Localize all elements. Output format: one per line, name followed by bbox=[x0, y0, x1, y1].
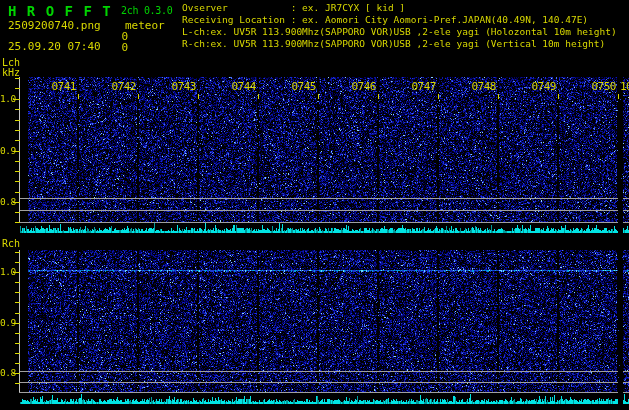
time-tick bbox=[258, 94, 259, 99]
frequency-minor-tick bbox=[15, 353, 20, 354]
frequency-minor-tick bbox=[15, 333, 20, 334]
frequency-minor-tick bbox=[15, 88, 20, 89]
frequency-major-tick bbox=[13, 151, 20, 152]
time-tick-label: 0750 bbox=[584, 81, 616, 92]
frequency-tick-label: 0.9 bbox=[0, 318, 14, 328]
rch-channel-label: Rch bbox=[2, 238, 20, 249]
app-title: H R O F F T bbox=[8, 3, 112, 19]
time-tick bbox=[138, 94, 139, 99]
time-tick-label: 0742 bbox=[104, 81, 136, 92]
output-filename: 2509200740.png bbox=[8, 19, 101, 32]
frequency-tick-label: 0.9 bbox=[0, 146, 14, 156]
time-tick-label: 0746 bbox=[344, 81, 376, 92]
frequency-minor-tick bbox=[15, 171, 20, 172]
frequency-minor-tick bbox=[15, 120, 20, 121]
frequency-minor-tick bbox=[15, 252, 20, 253]
time-unit-label-partial: 10s bbox=[620, 81, 629, 92]
frequency-tick-label: 0.8 bbox=[0, 197, 14, 207]
frequency-tick-label: 1.0 bbox=[0, 267, 14, 277]
time-tick bbox=[198, 94, 199, 99]
time-tick bbox=[78, 94, 79, 99]
time-tick-label: 0741 bbox=[44, 81, 76, 92]
frequency-major-tick bbox=[13, 99, 20, 100]
station-info-line: L-ch:ex. UV5R 113.900Mhz(SAPPORO VOR)USB… bbox=[182, 26, 617, 38]
frequency-minor-tick bbox=[15, 212, 20, 213]
time-tick bbox=[378, 94, 379, 99]
frequency-minor-tick bbox=[15, 78, 20, 79]
time-tick-label: 0743 bbox=[164, 81, 196, 92]
time-tick-label: 0747 bbox=[404, 81, 436, 92]
frequency-unit-label: kHz bbox=[2, 67, 20, 78]
time-tick-label: 0748 bbox=[464, 81, 496, 92]
time-tick-label: 0745 bbox=[284, 81, 316, 92]
station-info-line: R-ch:ex. UV5R 113.900Mhz(SAPPORO VOR)USB… bbox=[182, 38, 617, 50]
frequency-major-tick bbox=[13, 272, 20, 273]
frequency-minor-tick bbox=[15, 222, 20, 223]
frequency-minor-tick bbox=[15, 109, 20, 110]
frequency-tick-label: 0.8 bbox=[0, 368, 14, 378]
frequency-minor-tick bbox=[15, 130, 20, 131]
spectrogram-canvas bbox=[0, 0, 629, 410]
time-tick-label: 0749 bbox=[524, 81, 556, 92]
frequency-major-tick bbox=[13, 323, 20, 324]
station-info-line: Ovserver : ex. JR7CYX [ kid ] bbox=[182, 2, 617, 14]
station-info-line: Receiving Location : ex. Aomori City Aom… bbox=[182, 14, 617, 26]
frequency-minor-tick bbox=[15, 383, 20, 384]
frequency-minor-tick bbox=[15, 181, 20, 182]
hrofft-window: H R O F F T 2ch 0.3.0 2509200740.png met… bbox=[0, 0, 629, 410]
station-info: Ovserver : ex. JR7CYX [ kid ]Receiving L… bbox=[182, 2, 617, 50]
echo-count-short: 0 bbox=[88, 41, 128, 54]
frequency-minor-tick bbox=[15, 313, 20, 314]
timestamp: 25.09.20 07:40 bbox=[8, 40, 101, 53]
frequency-minor-tick bbox=[15, 363, 20, 364]
time-tick bbox=[318, 94, 319, 99]
app-version: 2ch 0.3.0 bbox=[121, 5, 173, 16]
time-tick bbox=[558, 94, 559, 99]
frequency-minor-tick bbox=[15, 161, 20, 162]
frequency-major-tick bbox=[13, 373, 20, 374]
frequency-minor-tick bbox=[15, 282, 20, 283]
frequency-tick-label: 1.0 bbox=[0, 94, 14, 104]
frequency-minor-tick bbox=[15, 292, 20, 293]
frequency-minor-tick bbox=[15, 140, 20, 141]
frequency-minor-tick bbox=[15, 343, 20, 344]
mode-label: meteor bbox=[125, 19, 165, 32]
time-tick-label: 0744 bbox=[224, 81, 256, 92]
time-tick bbox=[438, 94, 439, 99]
frequency-major-tick bbox=[13, 202, 20, 203]
frequency-minor-tick bbox=[15, 192, 20, 193]
frequency-minor-tick bbox=[15, 302, 20, 303]
time-tick bbox=[618, 94, 619, 99]
frequency-minor-tick bbox=[15, 262, 20, 263]
time-tick bbox=[498, 94, 499, 99]
